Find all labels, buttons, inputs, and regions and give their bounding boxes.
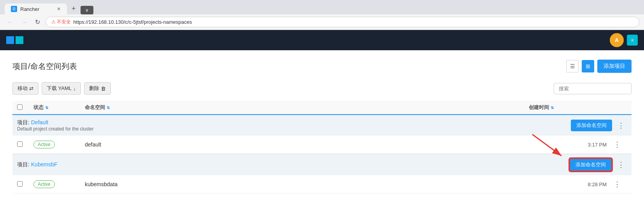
namespace-sort-icon[interactable]: ⇅ (107, 106, 110, 110)
topbar-icon-button[interactable]: ≡ (627, 35, 638, 46)
delete-label: 删除 (89, 85, 99, 92)
time-column-header: 创建时间 ⇅ (529, 104, 607, 111)
url-bar[interactable]: ⚠ 不安全 https://192.168.10.130/c/c-5jtsf/p… (46, 17, 639, 27)
project-actions-kubemsbf: 添加命名空间 ⋮ (569, 158, 627, 171)
project-actions-default: 添加命名空间 ⋮ (571, 120, 627, 131)
project-link-kubemsbf[interactable]: KubemsbF (31, 161, 58, 168)
status-cell-kubemsbdata: Active (33, 180, 80, 188)
project-info-kubemsbf: 项目: KubemsbF (17, 161, 57, 168)
refresh-button[interactable]: ↻ (33, 18, 42, 26)
project-prefix-1: 项目: (17, 161, 30, 168)
main-content: 项目/命名空间列表 ☰ ⊞ 添加项目 移动 ⇄ 下载 YAML ↓ 删除 🗑 (0, 50, 644, 201)
project-row-kubemsbf: 项目: KubemsbF 添加命名空间 ⋮ (12, 154, 632, 175)
namespace-col-label: 命名空间 (85, 104, 105, 111)
status-badge-kubemsbdata: Active (33, 180, 55, 188)
tab-favicon: R (11, 6, 17, 12)
tab-dropdown-button[interactable]: ∨ (81, 6, 93, 14)
table-row: Active default 3:17 PM ⋮ (12, 136, 632, 154)
tab-close-button[interactable]: ✕ (57, 6, 61, 12)
topbar-right: A ≡ (610, 33, 638, 47)
user-avatar[interactable]: A (610, 33, 624, 47)
time-sort-icon[interactable]: ⇅ (551, 106, 554, 110)
delete-icon: 🗑 (101, 86, 106, 92)
search-input[interactable] (554, 83, 632, 94)
status-sort-icon[interactable]: ⇅ (45, 106, 48, 110)
move-button[interactable]: 移动 ⇄ (12, 82, 39, 95)
row-checkbox-col (17, 181, 29, 188)
add-project-button[interactable]: 添加项目 (597, 60, 632, 73)
project-info-default: 项目: Default Default project created for … (17, 119, 94, 132)
forward-button[interactable]: → (19, 18, 30, 26)
tab-bar: R Rancher ✕ + ∨ (5, 3, 93, 14)
project-desc-default: Default project created for the cluster (17, 126, 94, 132)
row-checkbox-col (17, 141, 29, 148)
download-yaml-button[interactable]: 下载 YAML ↓ (42, 82, 81, 95)
header-actions: ☰ ⊞ 添加项目 (566, 60, 632, 73)
tab-controls-right: ∨ (81, 6, 93, 14)
actions-cell-default: ⋮ (611, 139, 627, 150)
page-header: 项目/命名空间列表 ☰ ⊞ 添加项目 (12, 60, 632, 73)
toolbar: 移动 ⇄ 下载 YAML ↓ 删除 🗑 (12, 82, 632, 95)
download-yaml-label: 下载 YAML (47, 85, 72, 92)
table-header: 状态 ⇅ 命名空间 ⇅ 创建时间 ⇅ (12, 101, 632, 115)
page-title: 项目/命名空间列表 (12, 61, 77, 72)
row-checkbox-kubemsbdata[interactable] (17, 181, 23, 187)
logo-square-2 (16, 36, 23, 44)
status-col-label: 状态 (33, 104, 44, 111)
tab-label: Rancher (20, 6, 39, 12)
time-cell-default: 3:17 PM (529, 142, 607, 148)
list-view-button[interactable]: ☰ (566, 60, 579, 72)
project-section-kubemsbf: 项目: KubemsbF 添加命名空间 ⋮ Active kubemsbdata… (12, 154, 632, 194)
namespace-column-header: 命名空间 ⇅ (85, 104, 524, 111)
project-name-kubemsbf: 项目: KubemsbF (17, 161, 57, 168)
move-icon: ⇄ (29, 86, 33, 92)
move-label: 移动 (18, 85, 28, 92)
namespace-cell-kubemsbdata: kubemsbdata (85, 181, 524, 187)
browser-tab[interactable]: R Rancher ✕ (5, 4, 67, 14)
status-badge-default: Active (33, 141, 55, 148)
add-namespace-button-default[interactable]: 添加命名空间 (571, 120, 612, 131)
project-row-default: 项目: Default Default project created for … (12, 115, 632, 136)
row-checkbox-default[interactable] (17, 141, 23, 147)
time-col-label: 创建时间 (529, 104, 549, 111)
status-cell-default: Active (33, 141, 80, 148)
grid-view-button[interactable]: ⊞ (582, 60, 594, 72)
project-prefix-0: 项目: (17, 119, 30, 125)
back-button[interactable]: ← (5, 18, 16, 26)
logo-square-1 (6, 36, 14, 44)
url-text: https://192.168.10.130/c/c-5jtsf/project… (73, 19, 192, 25)
more-options-row-default[interactable]: ⋮ (611, 139, 623, 150)
project-name-default: 项目: Default (17, 119, 94, 126)
delete-button[interactable]: 删除 🗑 (84, 82, 111, 95)
download-icon: ↓ (73, 86, 76, 92)
browser-chrome: R Rancher ✕ + ∨ (0, 0, 644, 14)
more-options-row-kubemsbdata[interactable]: ⋮ (611, 179, 623, 189)
time-cell-kubemsbdata: 8:28 PM (529, 182, 607, 187)
header-checkbox-col (17, 104, 29, 111)
namespace-cell-default: default (85, 141, 524, 148)
rancher-topbar: A ≡ (0, 30, 644, 50)
rancher-logo (6, 36, 23, 44)
more-options-button-default[interactable]: ⋮ (615, 120, 627, 130)
select-all-checkbox[interactable] (17, 104, 23, 110)
table-row: Active kubemsbdata 8:28 PM ⋮ (12, 175, 632, 194)
status-column-header: 状态 ⇅ (33, 104, 80, 111)
address-bar: ← → ↻ ⚠ 不安全 https://192.168.10.130/c/c-5… (0, 14, 644, 30)
more-options-button-kubemsbf[interactable]: ⋮ (615, 160, 627, 170)
project-link-default[interactable]: Default (31, 119, 48, 125)
actions-cell-kubemsbdata: ⋮ (611, 179, 627, 189)
toolbar-left: 移动 ⇄ 下载 YAML ↓ 删除 🗑 (12, 82, 111, 95)
security-warning: ⚠ 不安全 (51, 19, 71, 25)
new-tab-button[interactable]: + (68, 3, 79, 14)
toolbar-right (554, 83, 632, 94)
add-namespace-button-kubemsbf[interactable]: 添加命名空间 (569, 158, 612, 171)
